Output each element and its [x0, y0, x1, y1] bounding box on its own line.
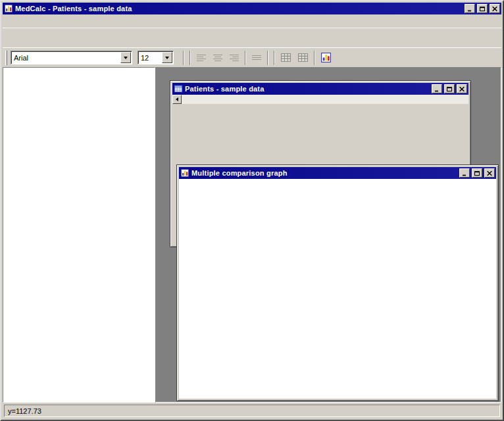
- status-bar: y=1127.73: [3, 403, 501, 418]
- spreadsheet-icon: [174, 84, 183, 93]
- spreadsheet-hscrollbar[interactable]: [172, 95, 468, 104]
- insert-graph-button[interactable]: [318, 50, 334, 66]
- font-family-combobox[interactable]: Arial: [11, 51, 132, 64]
- graph-titlebar[interactable]: Multiple comparison graph: [179, 167, 496, 179]
- main-toolbar: [3, 28, 501, 47]
- align-left-button[interactable]: [193, 50, 209, 66]
- font-size-combobox[interactable]: 12: [138, 51, 174, 64]
- close-button[interactable]: [490, 4, 500, 13]
- toolbar-grip[interactable]: [5, 51, 7, 65]
- spreadsheet-title: Patients - sample data: [185, 85, 430, 93]
- graph-title: Multiple comparison graph: [191, 169, 457, 177]
- spreadsheet-maximize-button[interactable]: [444, 84, 455, 93]
- box-whisker-chart: [179, 179, 496, 399]
- graph-maximize-button[interactable]: [472, 168, 482, 178]
- insert-table-button[interactable]: [278, 50, 294, 66]
- chart-area[interactable]: [179, 179, 496, 399]
- spreadsheet-close-button[interactable]: [457, 84, 467, 93]
- align-center-button[interactable]: [210, 50, 226, 66]
- graph-close-button[interactable]: [484, 168, 495, 178]
- scroll-left-icon[interactable]: [172, 95, 182, 104]
- maximize-button[interactable]: [477, 4, 488, 13]
- align-right-button[interactable]: [226, 50, 242, 66]
- main-titlebar: MedCalc - Patients - sample data: [3, 3, 501, 14]
- font-family-dropdown-icon[interactable]: [120, 52, 131, 63]
- font-size-dropdown-icon[interactable]: [162, 52, 172, 63]
- table-properties-button[interactable]: [295, 50, 311, 66]
- font-family-value: Arial: [11, 54, 120, 62]
- graph-minimize-button[interactable]: [459, 168, 470, 178]
- format-toolbar: Arial 12: [3, 47, 501, 67]
- contents-tree: [3, 67, 155, 403]
- bullet-list-button[interactable]: [249, 50, 265, 66]
- window-title: MedCalc - Patients - sample data: [15, 5, 463, 12]
- spreadsheet-titlebar[interactable]: Patients - sample data: [172, 83, 468, 95]
- menubar: [3, 14, 501, 28]
- status-text: y=1127.73: [4, 405, 500, 417]
- graph-window: Multiple comparison graph: [176, 164, 499, 401]
- font-size-value: 12: [138, 54, 161, 62]
- graph-icon: [180, 168, 189, 178]
- minimize-button[interactable]: [465, 4, 475, 13]
- spreadsheet-minimize-button[interactable]: [432, 84, 442, 93]
- app-icon: [4, 4, 13, 13]
